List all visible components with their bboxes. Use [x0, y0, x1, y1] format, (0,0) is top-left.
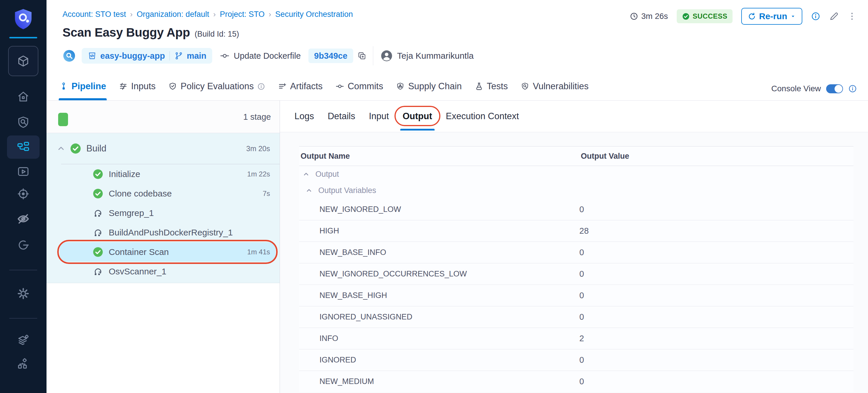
- sidebar-layers-gear-icon[interactable]: [17, 333, 30, 347]
- output-name: HIGH: [299, 226, 579, 236]
- commits-tab-icon: [336, 82, 344, 91]
- execution-info-icon[interactable]: [811, 11, 820, 21]
- tab-inputs[interactable]: Inputs: [119, 72, 156, 100]
- module-cube-icon: [17, 54, 30, 68]
- sidebar-pipelines-item-active[interactable]: [7, 135, 39, 159]
- repo-icon: [88, 51, 97, 60]
- tab-label: Commits: [348, 81, 383, 92]
- table-row: NEW_BASE_INFO 0: [299, 242, 854, 263]
- output-name: INFO: [299, 334, 579, 343]
- tab-label: Supply Chain: [408, 81, 462, 92]
- build-id-label: (Build Id: 15): [195, 30, 239, 39]
- sidebar-scans-icon[interactable]: [17, 115, 30, 129]
- chevron-up-icon: [303, 171, 310, 178]
- tab-tests[interactable]: Tests: [475, 72, 508, 100]
- tab-execution-context[interactable]: Execution Context: [446, 111, 519, 121]
- more-options-kebab-icon[interactable]: [848, 11, 856, 21]
- output-name: NEW_MEDIUM: [299, 377, 579, 386]
- commit-sha[interactable]: 9b349ce: [314, 51, 348, 61]
- branch-name[interactable]: main: [187, 51, 207, 61]
- rerun-button[interactable]: Re-run: [741, 8, 802, 25]
- output-variables-table: Output Name Output Value Output Output V…: [299, 146, 854, 392]
- tab-label: Tests: [487, 81, 508, 92]
- console-view-group: Console View: [771, 84, 857, 93]
- console-view-info-icon[interactable]: [848, 84, 857, 93]
- step-detail-tabs: Logs Details Input Output Execution Cont…: [280, 100, 868, 132]
- toggle-knob: [835, 85, 842, 93]
- rerun-label: Re-run: [759, 11, 787, 21]
- tab-vulnerabilities[interactable]: Vulnerabilities: [521, 72, 589, 100]
- output-value: 2: [579, 334, 854, 343]
- repo-branch-pill[interactable]: easy-buggy-app main: [82, 48, 212, 64]
- step-name: BuildAndPushDockerRegistry_1: [109, 228, 233, 238]
- breadcrumb-organization[interactable]: Organization: default: [136, 10, 209, 19]
- breadcrumb-account[interactable]: Account: STO test: [62, 10, 126, 19]
- table-row: IGNORED 0: [299, 349, 854, 371]
- pill-divider: [169, 51, 170, 60]
- output-value: 0: [579, 269, 854, 279]
- rerun-refresh-icon: [748, 12, 756, 21]
- left-nav-sidebar: [0, 0, 46, 393]
- stage-step-tree: Build 3m 20s Initialize 1m 22s Clone cod…: [46, 133, 280, 283]
- policy-info-icon[interactable]: [257, 83, 265, 90]
- tab-details[interactable]: Details: [328, 111, 355, 121]
- breadcrumb-project[interactable]: Project: STO: [220, 10, 265, 19]
- group-label: Output Variables: [318, 186, 376, 195]
- breadcrumb-separator: ›: [213, 10, 216, 19]
- group-row-output[interactable]: Output: [299, 166, 854, 182]
- commit-sha-pill[interactable]: 9b349ce: [308, 49, 353, 63]
- console-view-toggle[interactable]: [826, 84, 843, 93]
- tab-pipeline[interactable]: Pipeline: [59, 72, 106, 100]
- output-value: 0: [579, 355, 854, 365]
- sidebar-settings-gear-icon[interactable]: [17, 287, 30, 300]
- step-row-initialize[interactable]: Initialize 1m 22s: [60, 164, 276, 184]
- commit-message[interactable]: Update Dockerfile: [234, 51, 301, 61]
- sidebar-exemptions-eye-slash-icon[interactable]: [17, 212, 30, 225]
- group-label: Output: [315, 170, 339, 179]
- step-row-container-scan-selected[interactable]: Container Scan 1m 41s: [60, 242, 276, 262]
- group-row-output-variables[interactable]: Output Variables: [299, 182, 854, 199]
- step-row-osv-scanner[interactable]: OsvScanner_1: [60, 262, 276, 281]
- step-duration: 1m 41s: [247, 248, 270, 256]
- output-value: 0: [579, 377, 854, 386]
- sidebar-divider: [9, 270, 37, 270]
- sidebar-active-module-indicator: [9, 37, 37, 38]
- breadcrumb-module[interactable]: Security Orchestration: [275, 10, 353, 19]
- step-row-semgrep[interactable]: Semgrep_1: [60, 203, 276, 223]
- tab-output[interactable]: Output: [403, 111, 432, 121]
- sto-shield-logo[interactable]: [13, 7, 34, 31]
- tab-artifacts[interactable]: Artifacts: [278, 72, 323, 100]
- tab-label: Inputs: [131, 81, 156, 92]
- tab-output-label: Output: [403, 111, 432, 121]
- step-row-build-and-push-docker-registry[interactable]: BuildAndPushDockerRegistry_1: [60, 223, 276, 242]
- breadcrumb-separator: ›: [130, 10, 133, 19]
- stage-status-square: [58, 113, 68, 126]
- main-tabbar: Pipeline Inputs Policy Evaluations Artif…: [59, 72, 589, 100]
- output-name: NEW_IGNORED_OCCURRENCES_LOW: [299, 269, 579, 278]
- sidebar-get-started-icon[interactable]: [17, 238, 30, 252]
- repo-name[interactable]: easy-buggy-app: [100, 51, 165, 61]
- table-header-row: Output Name Output Value: [299, 147, 854, 166]
- step-duration: 1m 22s: [247, 170, 270, 178]
- step-row-clone-codebase[interactable]: Clone codebase 7s: [60, 184, 276, 203]
- edit-pipeline-icon[interactable]: [829, 11, 839, 21]
- sidebar-targets-icon[interactable]: [17, 187, 30, 201]
- tab-commits[interactable]: Commits: [336, 72, 383, 100]
- tab-logs[interactable]: Logs: [294, 111, 314, 121]
- author-name: Teja Kummarikuntla: [397, 51, 473, 61]
- tab-supply-chain[interactable]: Supply Chain: [396, 72, 462, 100]
- sidebar-executions-icon[interactable]: [17, 165, 30, 178]
- table-row: NEW_MEDIUM 0: [299, 371, 854, 392]
- module-selector-button[interactable]: [8, 46, 38, 76]
- trigger-icon: [62, 49, 76, 62]
- step-name: Clone codebase: [109, 189, 172, 199]
- tab-input[interactable]: Input: [369, 111, 389, 121]
- tab-policy-evaluations[interactable]: Policy Evaluations: [168, 72, 265, 100]
- sidebar-org-network-icon[interactable]: [17, 357, 30, 370]
- stage-row-build[interactable]: Build 3m 20s: [46, 133, 280, 164]
- stage-tree-panel: 1 stage Build 3m 20s Initialize: [46, 100, 280, 393]
- copy-sha-icon[interactable]: [357, 51, 367, 60]
- success-check-icon: [682, 12, 690, 20]
- tab-label: Vulnerabilities: [533, 81, 589, 92]
- sidebar-home-icon[interactable]: [17, 90, 30, 103]
